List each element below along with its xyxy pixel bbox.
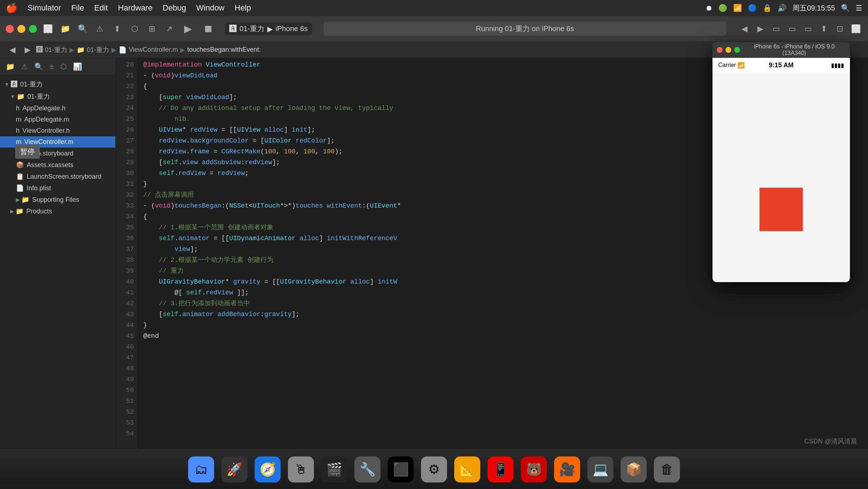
sidebar-item-launchscreen[interactable]: 📋 LaunchScreen.storyboard (0, 171, 115, 182)
dock-terminal[interactable]: ⬛ (388, 456, 414, 482)
breadcrumb-file[interactable]: ViewController.m (129, 46, 178, 54)
dock-finder[interactable]: 🗂 (188, 456, 214, 482)
status-text: Running 01-重力 on iPhone 6s (476, 25, 574, 33)
file-icon-2: m (16, 116, 21, 123)
menu-debug[interactable]: Debug (163, 3, 186, 13)
dock-settings[interactable]: ⚙ (421, 456, 447, 482)
sidebar-folder-icon[interactable]: 📁 (4, 61, 16, 72)
inspector-icon[interactable]: ⬜ (849, 22, 862, 35)
search-icon[interactable]: 🔍 (76, 22, 89, 35)
breadcrumb-forward[interactable]: ▶ (21, 43, 34, 56)
wifi-icon: 📶 (733, 4, 742, 12)
sim-status-bar: Carrier 📶 9:15 AM ▮▮▮▮ (712, 58, 850, 72)
sim-screen: Carrier 📶 9:15 AM ▮▮▮▮ (712, 58, 850, 282)
search-icon[interactable]: 🔍 (841, 4, 850, 12)
dock-trash[interactable]: 🗑 (654, 456, 680, 482)
sidebar-report-icon[interactable]: 📊 (72, 61, 84, 72)
sim-maximize[interactable] (734, 47, 740, 53)
nav-left-icon[interactable]: ◀ (738, 22, 751, 35)
dock: 🗂 🚀 🧭 🖱 🎬 🔧 ⬛ ⚙ 📐 📱 🐻 🎥 💻 📦 🗑 (0, 449, 868, 489)
share-icon[interactable]: ⬆ (817, 22, 830, 35)
breakpoint-icon[interactable]: ⬡ (128, 22, 141, 35)
sim-close[interactable] (717, 47, 723, 53)
sidebar-search-icon[interactable]: 🔍 (33, 61, 45, 72)
git-icon[interactable]: ⬆ (111, 22, 124, 35)
dock-screenrecorder[interactable]: 🎥 (554, 456, 580, 482)
sidebar-item-viewcontroller-h[interactable]: h ViewController.h (0, 125, 115, 136)
breadcrumb-project[interactable]: 01-重力 (45, 46, 67, 54)
red-view (760, 188, 803, 231)
jump-icon[interactable]: ↗ (163, 22, 176, 35)
sidebar-toolbar: 📁 ⚠ 🔍 ± ⬡ 📊 (0, 58, 115, 75)
maximize-button[interactable] (29, 25, 37, 33)
zoom-icon[interactable]: ⊡ (833, 22, 846, 35)
run-button[interactable]: ▶ (180, 22, 196, 35)
menu-bar: 🍎 Simulator File Edit Hardware Debug Win… (0, 0, 868, 16)
dock-simulator[interactable]: 💻 (587, 456, 613, 482)
layout-icon-1[interactable]: ▭ (770, 22, 783, 35)
title-bar-right: ◀ ▶ ▭ ▭ ▭ ⬆ ⊡ ⬜ (738, 22, 862, 35)
sidebar-item-root[interactable]: ▼ 🅰 01-重力 (0, 78, 115, 90)
file-label-1: AppDelegate.h (22, 105, 65, 112)
dock-bear[interactable]: 🐻 (521, 456, 547, 482)
wifi-icon: 📶 (737, 62, 745, 69)
scheme-name: 01-重力 (239, 24, 264, 34)
dock-mouse[interactable]: 🖱 (288, 456, 314, 482)
file-label-10: Products (26, 208, 52, 215)
dock-tools[interactable]: 🔧 (354, 456, 380, 482)
dock-sketch[interactable]: 📐 (454, 456, 480, 482)
carrier-label: Carrier (718, 62, 736, 68)
sidebar-item-supporting[interactable]: ▶ 📁 Supporting Files (0, 194, 115, 205)
grid-icon[interactable]: ⊞ (145, 22, 158, 35)
folder-icon-group: 📁 (17, 93, 25, 101)
sim-minimize[interactable] (726, 47, 731, 53)
breadcrumb-method[interactable]: touchesBegan:withEvent: (187, 46, 261, 54)
sidebar-item-assets[interactable]: 📦 Assets.xcassets (0, 159, 115, 171)
nav-right-icon[interactable]: ▶ (754, 22, 767, 35)
close-button[interactable] (6, 25, 14, 33)
device-name: iPhone 6s (276, 25, 308, 33)
sidebar-item-appdelegate-m[interactable]: m AppDelegate.m (0, 114, 115, 125)
menu-window[interactable]: Window (196, 3, 225, 13)
paused-badge: 暂停 (15, 145, 40, 159)
list-icon[interactable]: ☰ (856, 4, 862, 12)
sidebar-breakpoint-icon[interactable]: ⬡ (59, 61, 68, 72)
dock-quicktime[interactable]: 🎬 (321, 456, 347, 482)
dock-safari[interactable]: 🧭 (255, 456, 281, 482)
menu-simulator[interactable]: Simulator (27, 3, 61, 13)
line-numbers: 2021222324252627282930313233343536373839… (116, 58, 137, 475)
menu-file[interactable]: File (71, 3, 84, 13)
dock-archive[interactable]: 📦 (621, 456, 647, 482)
stop-button[interactable]: ⏹ (200, 22, 216, 35)
layout-icon-2[interactable]: ▭ (786, 22, 799, 35)
file-tree: ▼ 🅰 01-重力 ▼ 📁 01-重力 h AppDelegate.h m Ap… (0, 75, 115, 489)
sidebar-item-group[interactable]: ▼ 📁 01-重力 (0, 90, 115, 103)
menu-help[interactable]: Help (235, 3, 251, 13)
minimize-button[interactable] (17, 25, 25, 33)
file-label-8: Info.plist (27, 184, 51, 192)
sidebar-item-products[interactable]: ▶ 📁 Products (0, 205, 115, 217)
scheme-selector[interactable]: 🅰 01-重力 ▶ iPhone 6s (225, 22, 312, 35)
sim-title-text: iPhone 6s - iPhone 6s / iOS 9.0 (13A340) (743, 43, 846, 56)
breadcrumb-back[interactable]: ◀ (6, 43, 19, 56)
sidebar-item-appdelegate-h[interactable]: h AppDelegate.h (0, 103, 115, 114)
sidebar-item-infoplist[interactable]: 📄 Info.plist (0, 182, 115, 194)
sidebar: 📁 ⚠ 🔍 ± ⬡ 📊 ▼ 🅰 01-重力 ▼ 📁 01-重力 (0, 58, 116, 489)
file-icon-8: 📄 (16, 184, 24, 192)
expand-arrow: ▼ (4, 81, 9, 87)
file-label-7: LaunchScreen.storyboard (27, 173, 101, 180)
sidebar-warning-icon[interactable]: ⚠ (20, 61, 29, 72)
menu-edit[interactable]: Edit (94, 3, 108, 13)
apple-menu[interactable]: 🍎 (6, 3, 17, 14)
sim-time: 9:15 AM (760, 61, 802, 69)
sidebar-diff-icon[interactable]: ± (48, 61, 55, 72)
folder-icon[interactable]: 📁 (59, 22, 72, 35)
warning-icon[interactable]: ⚠ (93, 22, 106, 35)
menu-hardware[interactable]: Hardware (118, 3, 152, 13)
group-label: 01-重力 (27, 92, 50, 101)
dock-launchpad[interactable]: 🚀 (221, 456, 247, 482)
breadcrumb-folder[interactable]: 01-重力 (87, 46, 109, 54)
dock-pockity[interactable]: 📱 (488, 456, 514, 482)
sidebar-toggle-icon[interactable]: ⬜ (41, 22, 54, 35)
layout-icon-3[interactable]: ▭ (801, 22, 814, 35)
